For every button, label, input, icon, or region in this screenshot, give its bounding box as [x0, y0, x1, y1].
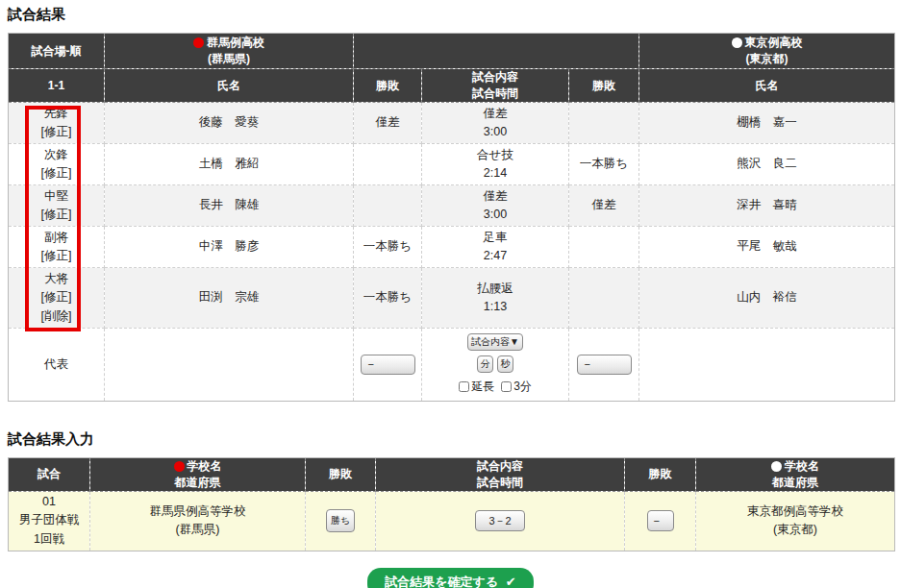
header-result-right: 勝敗: [625, 457, 696, 491]
right-name-cell: [639, 329, 895, 402]
match-time: 2:47: [422, 247, 568, 265]
right-name-cell: 平尾 敏哉: [639, 227, 895, 268]
header-result-right: 勝敗: [569, 69, 639, 103]
right-name-cell: 山内 裕信: [639, 268, 895, 329]
right-result-cell: −: [569, 329, 639, 402]
edit-link[interactable]: [修正]: [9, 288, 104, 306]
win-result-button[interactable]: 勝ち: [326, 509, 355, 532]
position-cell: 次鋒 [修正]: [9, 144, 105, 185]
white-circle-icon: [732, 37, 742, 48]
left-result-cell: [354, 185, 422, 227]
left-name-cell: 田渕 宗雄: [105, 268, 354, 329]
team-left-pref: (群馬県): [105, 51, 353, 67]
technique: 払腰返: [422, 280, 568, 298]
edit-link[interactable]: [修正]: [9, 206, 104, 224]
three-min-checkbox[interactable]: [501, 381, 512, 392]
match-time: 3:00: [422, 123, 568, 141]
match-cell: 01 男子団体戦 1回戦: [9, 491, 90, 551]
table-row-senpo: 先鋒 [修正] 後藤 愛葵 僅差 僅差 3:00 棚橋 嘉一: [9, 103, 895, 144]
header-court-order: 試合場-順: [9, 34, 105, 69]
confirm-results-button[interactable]: 試合結果を確定する ✔: [367, 568, 533, 588]
edit-link[interactable]: [修正]: [9, 247, 104, 265]
position-label: 中堅: [9, 187, 104, 206]
left-name-cell: 後藤 愛葵: [105, 103, 354, 144]
match-time: 3:00: [422, 206, 568, 224]
left-result-cell: [354, 144, 422, 185]
position-cell: 先鋒 [修正]: [9, 103, 105, 144]
score-cell: 3－2: [376, 491, 625, 551]
technique: 僅差: [422, 105, 568, 123]
position-label: 副将: [9, 229, 104, 247]
right-school-cell: 東京都例高等学校 (東京都): [696, 491, 895, 551]
position-cell: 中堅 [修正]: [9, 185, 105, 227]
left-name-cell: [105, 329, 354, 402]
red-circle-icon: [174, 461, 185, 472]
results-title: 試合結果: [8, 6, 901, 24]
position-cell: 副将 [修正]: [9, 227, 105, 268]
header-match: 試合: [9, 457, 90, 491]
header-school-left: 学校名 都道府県: [90, 457, 306, 491]
technique: 合せ技: [422, 146, 568, 164]
header-name-left: 氏名: [105, 69, 354, 103]
header-content: 試合内容 試合時間: [376, 457, 625, 491]
left-name-cell: 土橋 雅紹: [105, 144, 354, 185]
table-row-daihyo: 代表 − 試合内容▼ 分 秒 延長: [9, 329, 895, 402]
header-result-left: 勝敗: [306, 457, 376, 491]
minute-button[interactable]: 分: [477, 355, 493, 373]
overtime-checkbox[interactable]: [459, 381, 469, 392]
left-name-cell: 長井 陳雄: [105, 185, 354, 227]
input-title: 試合結果入力: [8, 430, 901, 449]
right-result-button[interactable]: −: [647, 510, 674, 531]
team-right-pref: (東京都): [639, 51, 894, 67]
left-result-select-button[interactable]: −: [361, 355, 415, 375]
table-row-jiho: 次鋒 [修正] 土橋 雅紹 合せ技 2:14 一本勝ち 熊沢 良二: [9, 144, 895, 185]
position-cell: 大将 [修正] [削除]: [9, 268, 105, 329]
left-result-cell: 僅差: [354, 103, 422, 144]
match-content-dropdown[interactable]: 試合内容▼: [467, 333, 523, 351]
left-school-cell: 群馬県例高等学校 (群馬県): [90, 491, 306, 551]
page: 試合結果 試合場-順 群馬例高校 (群馬県): [0, 0, 901, 588]
left-result-cell: 勝ち: [306, 491, 376, 551]
left-name-cell: 中澤 勝彦: [105, 227, 354, 268]
overtime-label: 延長: [471, 378, 494, 396]
edit-link[interactable]: [修正]: [9, 164, 104, 183]
left-result-cell: −: [354, 329, 422, 402]
technique: 僅差: [422, 187, 568, 206]
technique: 足車: [422, 229, 568, 247]
right-result-cell: 僅差: [569, 185, 639, 227]
edit-link[interactable]: [修正]: [9, 123, 104, 141]
right-name-cell: 深井 喜晴: [639, 185, 895, 227]
second-button[interactable]: 秒: [497, 355, 513, 373]
header-match-no: 1-1: [9, 69, 105, 103]
content-cell: 僅差 3:00: [422, 185, 569, 227]
red-circle-icon: [193, 37, 204, 48]
right-result-select-button[interactable]: −: [577, 355, 632, 375]
right-result-cell: [569, 227, 639, 268]
table-row-chuken: 中堅 [修正] 長井 陳雄 僅差 3:00 僅差 深井 喜晴: [9, 185, 895, 227]
results-table: 試合場-順 群馬例高校 (群馬県) 東京例高校 (東京都): [8, 33, 895, 402]
left-result-cell: 一本勝ち: [354, 227, 422, 268]
delete-link[interactable]: [削除]: [9, 307, 104, 326]
confirm-area: 試合結果を確定する ✔: [0, 568, 901, 588]
content-cell: 合せ技 2:14: [422, 144, 569, 185]
match-time: 2:14: [422, 164, 568, 183]
right-result-cell: [569, 268, 639, 329]
input-table: 試合 学校名 都道府県 勝敗 試合内容 試合時間 勝敗: [8, 457, 895, 551]
white-circle-icon: [771, 461, 782, 472]
table-row-taisho: 大将 [修正] [削除] 田渕 宗雄 一本勝ち 払腰返 1:13 山内 裕信: [9, 268, 895, 329]
content-cell: 払腰返 1:13: [422, 268, 569, 329]
header-result-left: 勝敗: [354, 69, 422, 103]
match-time: 1:13: [422, 298, 568, 316]
header-middle-spacer: [354, 34, 639, 69]
right-result-cell: −: [625, 491, 696, 551]
three-min-label: 3分: [513, 378, 532, 396]
right-name-cell: 棚橋 嘉一: [639, 103, 895, 144]
position-label: 先鋒: [9, 105, 104, 123]
content-cell: 試合内容▼ 分 秒 延長 3分: [422, 329, 569, 402]
score-button[interactable]: 3－2: [475, 510, 525, 531]
header-name-right: 氏名: [639, 69, 895, 103]
team-left-name: 群馬例高校: [207, 35, 264, 51]
header-team-left: 群馬例高校 (群馬県): [105, 34, 354, 69]
position-cell: 代表: [9, 329, 105, 402]
right-result-cell: 一本勝ち: [569, 144, 639, 185]
